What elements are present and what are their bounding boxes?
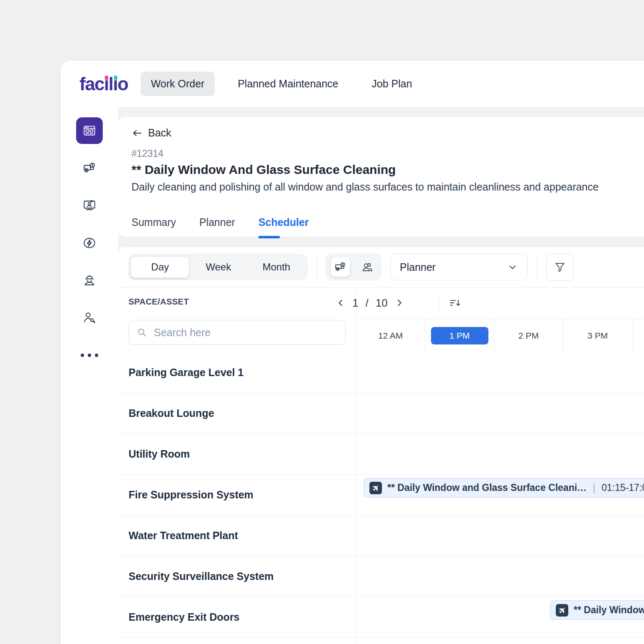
more-dots-icon <box>81 354 84 357</box>
view-mode-month[interactable]: Month <box>248 257 305 277</box>
sidebar-item-more[interactable] <box>81 354 98 357</box>
row-water-treatment[interactable]: Water Treatment Plant <box>118 515 644 556</box>
sort-icon <box>448 297 461 309</box>
row-utility-room[interactable]: Utility Room <box>118 434 644 475</box>
row-label: Security Surveillance System <box>129 570 274 582</box>
back-label: Back <box>148 127 171 139</box>
time-slot-3pm[interactable]: 3 PM <box>563 319 632 352</box>
sidebar-item-visitor[interactable] <box>76 192 103 219</box>
top-bar: facılıo Work Order Planned Maintenance J… <box>61 61 644 107</box>
tab-planner[interactable]: Planner <box>199 216 235 231</box>
search-input[interactable] <box>153 326 338 339</box>
planner-select-value: Planner <box>400 261 436 273</box>
sidebar-item-workforce[interactable] <box>76 267 103 294</box>
sort-button[interactable] <box>445 294 464 312</box>
group-by-asset-button[interactable]: $ <box>330 257 350 277</box>
toolbar-divider <box>317 255 317 279</box>
time-slot-next <box>632 319 644 352</box>
people-icon <box>361 261 374 273</box>
svg-text:$: $ <box>342 263 344 267</box>
chevron-down-icon <box>507 262 518 272</box>
visitor-screen-icon <box>82 198 97 213</box>
logo-text: l <box>109 74 113 94</box>
event-chip-emergency-exit[interactable]: ✈ ** Daily Window <box>550 600 644 620</box>
app-window: facılıo Work Order Planned Maintenance J… <box>60 60 644 644</box>
view-mode-switcher: Day Week Month <box>129 254 307 280</box>
time-header: 12 AM 1 PM 2 PM 3 PM <box>356 319 644 352</box>
search-box <box>129 320 346 345</box>
nav-planned-maintenance[interactable]: Planned Maintenance <box>227 72 349 96</box>
group-by-people-button[interactable] <box>357 257 377 277</box>
pagination-prev-button[interactable] <box>336 298 345 307</box>
row-label: Parking Garage Level 1 <box>129 367 244 379</box>
space-asset-pagination: 1 / 10 <box>336 294 404 312</box>
logo-text: o <box>117 74 128 94</box>
tab-scheduler[interactable]: Scheduler <box>258 216 309 231</box>
row-partial <box>118 638 644 644</box>
person-key-icon <box>82 311 97 325</box>
filter-button[interactable] <box>546 253 574 281</box>
row-label: Utility Room <box>129 448 190 460</box>
row-parking-garage[interactable]: Parking Garage Level 1 <box>118 352 644 393</box>
row-security-surveillance[interactable]: Security Surveillance System <box>118 556 644 597</box>
logo-i-pink-dot: ı <box>104 74 109 94</box>
work-order-tabs: Summary Planner Scheduler <box>131 216 644 231</box>
work-order-description: Daily cleaning and polishing of all wind… <box>131 181 644 193</box>
row-label: Water Treatment Plant <box>129 530 238 542</box>
workforce-hardhat-icon <box>82 273 97 287</box>
search-icon <box>136 327 147 338</box>
sidebar-item-energy[interactable] <box>76 230 103 256</box>
dashboard-icon <box>82 124 97 138</box>
pagination-current: 1 <box>352 297 358 310</box>
sidebar-item-asset-cost[interactable]: $ <box>76 155 103 181</box>
event-title: ** Daily Window <box>574 604 644 616</box>
group-by-switcher: $ <box>326 254 381 280</box>
time-label: 2 PM <box>518 331 539 341</box>
event-title: ** Daily Window and Glass Surface Cleani… <box>387 482 587 493</box>
time-label: 12 AM <box>378 331 403 341</box>
svg-text:$: $ <box>91 163 94 167</box>
pagination-separator: / <box>365 297 368 310</box>
pagination-next-button[interactable] <box>395 298 404 307</box>
scheduler-toolbar: Day Week Month <box>118 247 644 287</box>
pagination-total: 10 <box>376 297 388 310</box>
time-slot-12am[interactable]: 12 AM <box>356 319 425 352</box>
work-order-header-card: Back #12314 ** Daily Window And Glass Su… <box>118 117 644 237</box>
back-button[interactable]: Back <box>131 127 186 139</box>
event-chip-fire-suppression[interactable]: ✈ ** Daily Window and Glass Surface Clea… <box>364 478 644 498</box>
view-mode-week[interactable]: Week <box>189 257 247 277</box>
header-divider <box>438 293 439 312</box>
content-area: Back #12314 ** Daily Window And Glass Su… <box>118 107 644 644</box>
sidebar: $ <box>61 107 118 644</box>
sidebar-item-dashboard[interactable] <box>76 117 103 144</box>
logo-text: fac <box>79 74 104 94</box>
time-slot-1pm: 1 PM <box>425 319 494 352</box>
time-slot-2pm[interactable]: 2 PM <box>494 319 563 352</box>
toolbar-divider <box>537 255 537 279</box>
work-order-title: ** Daily Window And Glass Surface Cleani… <box>131 163 644 177</box>
more-dots-icon <box>88 354 91 357</box>
top-nav: Work Order Planned Maintenance Job Plan <box>141 72 423 96</box>
sidebar-item-tenant-key[interactable] <box>76 305 103 331</box>
filter-funnel-icon <box>554 261 566 273</box>
space-asset-header: SPACE/ASSET <box>129 297 189 307</box>
event-time: 01:15-17:00 <box>602 482 644 493</box>
time-slot-1pm-selected[interactable]: 1 PM <box>431 327 488 344</box>
time-label: 3 PM <box>587 331 608 341</box>
event-separator: | <box>593 482 595 493</box>
row-label: Breakout Lounge <box>129 407 214 419</box>
plane-icon: ✈ <box>369 482 382 494</box>
nav-job-plan[interactable]: Job Plan <box>361 72 422 96</box>
planner-select[interactable]: Planner <box>390 254 528 280</box>
nav-work-order[interactable]: Work Order <box>141 72 215 96</box>
tab-summary[interactable]: Summary <box>131 216 176 231</box>
work-order-id: #12314 <box>131 148 644 159</box>
row-breakout-lounge[interactable]: Breakout Lounge <box>118 393 644 434</box>
logo-i-teal-dot: ı <box>113 74 118 94</box>
row-label: Fire Suppression System <box>129 489 253 501</box>
plane-icon: ✈ <box>556 604 568 617</box>
row-label: Emergency Exit Doors <box>129 611 240 623</box>
view-mode-day[interactable]: Day <box>131 256 189 278</box>
more-dots-icon <box>95 354 98 357</box>
scheduler-card: Day Week Month <box>118 247 644 644</box>
